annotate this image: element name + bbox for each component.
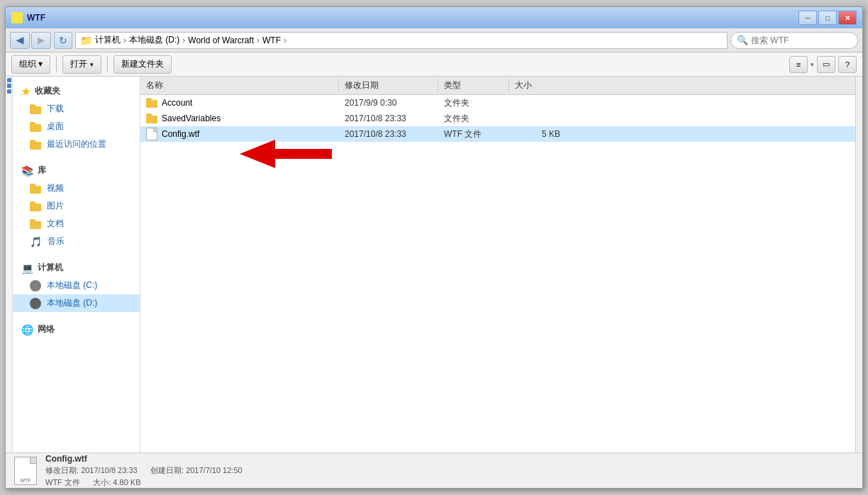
- file-name-config: Config.wtf: [140, 128, 339, 140]
- nav-buttons: ◀ ▶: [10, 32, 51, 49]
- sidebar-item-docs[interactable]: 文档: [13, 215, 140, 233]
- view-mode-button[interactable]: ≡: [789, 56, 808, 73]
- status-filename: Config.wtf: [45, 454, 243, 464]
- file-size-config: 5 KB: [509, 129, 566, 139]
- folder-icon-docs: [30, 219, 41, 229]
- file-name-savedvars: SavedVariables: [140, 113, 339, 123]
- star-icon: ★: [21, 86, 30, 97]
- col-header-date[interactable]: 修改日期: [339, 79, 438, 91]
- sidebar-section-computer: 💻 计算机 本地磁盘 (C:) 本地磁盘 (D:): [13, 259, 140, 312]
- address-bar: ◀ ▶ ↻ 📁 计算机 › 本地磁盘 (D:) › World of Warcr…: [6, 28, 862, 52]
- path-drive: 本地磁盘 (D:): [129, 34, 179, 46]
- drive-c-icon: [30, 280, 41, 291]
- strip-dot-3: [7, 89, 11, 94]
- title-bar: WTF ─ □ ✕: [6, 7, 862, 28]
- sidebar-item-recent[interactable]: 最近访问的位置: [13, 135, 140, 153]
- pc-icon: 💻: [21, 262, 33, 274]
- strip-dot-1: [7, 78, 11, 82]
- organize-button[interactable]: 组织 ▾: [11, 55, 50, 74]
- sidebar-section-network: 🌐 网络: [13, 321, 140, 338]
- path-folder-icon: 📁: [80, 35, 92, 46]
- left-strip: [6, 77, 13, 452]
- status-info: Config.wtf 修改日期: 2017/10/8 23:33 创建日期: 2…: [45, 454, 243, 488]
- file-type-config: WTF 文件: [438, 128, 509, 140]
- search-box[interactable]: 🔍: [730, 32, 858, 49]
- status-bar: WTF Config.wtf 修改日期: 2017/10/8 23:33 创建日…: [6, 452, 862, 488]
- sidebar-computer-header: 💻 计算机: [13, 259, 140, 277]
- sidebar-item-music[interactable]: 🎵 音乐: [13, 233, 140, 250]
- folder-icon-pictures: [30, 201, 41, 211]
- address-path[interactable]: 📁 计算机 › 本地磁盘 (D:) › World of Warcraft › …: [75, 32, 728, 49]
- refresh-button[interactable]: ↻: [54, 32, 72, 49]
- folder-icon-downloads: [30, 104, 41, 114]
- layout-button[interactable]: ▭: [817, 56, 835, 73]
- minimize-button[interactable]: ─: [799, 11, 817, 25]
- col-header-type[interactable]: 类型: [438, 79, 509, 91]
- file-row-config[interactable]: Config.wtf 2017/10/8 23:33 WTF 文件 5 KB: [140, 126, 855, 142]
- main-area: ★ 收藏夹 下载 桌面 最近访问的位置 📚: [6, 77, 862, 452]
- sidebar-libraries-header: 📚 库: [13, 162, 140, 179]
- status-file-icon: WTF: [14, 457, 37, 485]
- file-name-account: Account: [140, 98, 339, 108]
- folder-icon-savedvars: [146, 113, 157, 123]
- drive-d-icon: [30, 298, 41, 309]
- search-input[interactable]: [751, 35, 850, 45]
- toolbar-divider-2: [107, 57, 108, 72]
- sidebar-favorites-header: ★ 收藏夹: [13, 82, 140, 100]
- open-button[interactable]: 打开 ▾: [62, 55, 101, 74]
- network-icon: 🌐: [21, 324, 33, 335]
- col-header-name[interactable]: 名称: [140, 79, 339, 91]
- path-wtf: WTF: [262, 35, 281, 45]
- file-date-config: 2017/10/8 23:33: [339, 129, 438, 139]
- file-area: 名称 修改日期 类型 大小 Account 2017/9/9 0:30 文件夹: [140, 77, 855, 452]
- file-row-account[interactable]: Account 2017/9/9 0:30 文件夹: [140, 95, 855, 111]
- path-computer: 计算机: [95, 34, 121, 46]
- folder-icon-desktop: [30, 122, 41, 132]
- forward-button[interactable]: ▶: [31, 32, 51, 49]
- folder-icon-recent: [30, 140, 41, 150]
- sidebar-section-favorites: ★ 收藏夹 下载 桌面 最近访问的位置: [13, 82, 140, 153]
- file-type-account: 文件夹: [438, 97, 509, 109]
- title-bar-controls: ─ □ ✕: [799, 11, 857, 25]
- window-icon: [11, 12, 23, 23]
- sidebar: ★ 收藏夹 下载 桌面 最近访问的位置 📚: [13, 77, 140, 452]
- sidebar-network-header: 🌐 网络: [13, 321, 140, 338]
- title-bar-left: WTF: [11, 12, 45, 23]
- help-button[interactable]: ?: [838, 56, 857, 73]
- status-type-size: WTF 文件 大小: 4.80 KB: [45, 477, 243, 488]
- path-wow: World of Warcraft: [188, 35, 254, 45]
- search-icon: 🔍: [737, 35, 748, 45]
- sidebar-item-drive-d[interactable]: 本地磁盘 (D:): [13, 294, 140, 312]
- file-row-savedvars[interactable]: SavedVariables 2017/10/8 23:33 文件夹: [140, 111, 855, 126]
- toolbar-right: ≡ ▾ ▭ ?: [789, 56, 857, 73]
- maximize-button[interactable]: □: [818, 11, 837, 25]
- new-folder-button[interactable]: 新建文件夹: [113, 55, 172, 74]
- file-date-savedvars: 2017/10/8 23:33: [339, 113, 438, 123]
- file-list-header: 名称 修改日期 类型 大小: [140, 77, 855, 95]
- file-list: Account 2017/9/9 0:30 文件夹 SavedVariables…: [140, 95, 855, 452]
- col-header-size[interactable]: 大小: [509, 79, 566, 91]
- sidebar-item-drive-c[interactable]: 本地磁盘 (C:): [13, 277, 140, 294]
- lib-icon: 📚: [21, 165, 33, 177]
- explorer-window: WTF ─ □ ✕ ◀ ▶ ↻ 📁 计算机 › 本地磁盘 (D:) › Worl…: [5, 6, 863, 489]
- close-button[interactable]: ✕: [838, 11, 857, 25]
- sidebar-section-libraries: 📚 库 视频 图片 文档 🎵 音乐: [13, 162, 140, 250]
- toolbar: 组织 ▾ 打开 ▾ 新建文件夹 ≡ ▾ ▭ ?: [6, 52, 862, 77]
- sidebar-item-video[interactable]: 视频: [13, 179, 140, 197]
- window-title: WTF: [27, 13, 45, 23]
- sidebar-item-desktop[interactable]: 桌面: [13, 118, 140, 135]
- sidebar-item-downloads[interactable]: 下载: [13, 100, 140, 118]
- folder-icon-video: [30, 184, 41, 194]
- status-modified: 修改日期: 2017/10/8 23:33 创建日期: 2017/7/10 12…: [45, 465, 243, 476]
- file-type-savedvars: 文件夹: [438, 113, 509, 125]
- right-scrollbar[interactable]: [855, 77, 862, 452]
- back-button[interactable]: ◀: [10, 32, 30, 49]
- file-icon-wtf: [146, 128, 157, 140]
- toolbar-divider: [56, 57, 57, 72]
- folder-icon-account: [146, 98, 157, 108]
- strip-dot-2: [7, 84, 11, 88]
- file-date-account: 2017/9/9 0:30: [339, 98, 438, 108]
- music-icon: 🎵: [30, 236, 42, 248]
- sidebar-item-pictures[interactable]: 图片: [13, 197, 140, 215]
